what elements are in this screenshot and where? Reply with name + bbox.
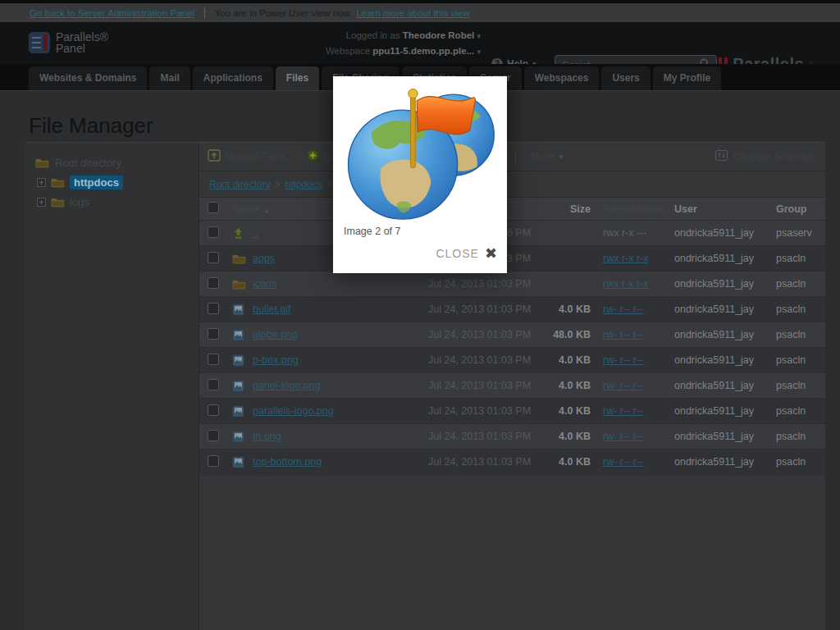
file-group: psacln [763, 456, 817, 468]
image-preview-modal: Image 2 of 7 CLOSE ✖ [333, 76, 507, 273]
tab-files[interactable]: Files [276, 66, 319, 90]
file-modified: Jul 24, 2013 01:03 PM [428, 380, 551, 391]
image-icon [232, 380, 246, 392]
file-user: ondricka5911_jay [671, 329, 763, 340]
breadcrumb: Root directory>httpdocs>img [199, 171, 825, 198]
settings-icon [715, 150, 728, 163]
brand-sub: Panel [56, 43, 108, 54]
learn-more-link[interactable]: Learn more about this view [356, 8, 469, 18]
divider [204, 7, 205, 18]
webspace-value[interactable]: ppu11-5.demo.pp.ple... [372, 46, 474, 56]
file-link[interactable]: p-box.png [253, 354, 299, 366]
row-checkbox[interactable] [208, 430, 219, 441]
file-link[interactable]: top-bottom.png [253, 456, 322, 468]
row-checkbox[interactable] [208, 252, 219, 263]
permissions-link[interactable]: rwx r-x r-x [603, 278, 649, 290]
table-row: top-bottom.pngJul 24, 2013 01:03 PM4.0 K… [199, 450, 825, 475]
breadcrumb-separator: > [276, 180, 281, 189]
permissions-link[interactable]: rw- r-- r-- [603, 304, 643, 315]
tree-item-root[interactable]: Root directory [25, 153, 199, 171]
file-link[interactable]: icons [253, 278, 276, 290]
back-to-admin-link[interactable]: Go back to Server Administration Panel [30, 8, 194, 18]
file-modified: Jul 24, 2013 01:03 PM [428, 456, 551, 468]
power-user-notice: You are in Power User view now. [215, 8, 353, 18]
row-checkbox[interactable] [208, 354, 219, 365]
file-group: psacln [763, 304, 817, 315]
file-user: ondricka5911_jay [671, 380, 763, 391]
chevron-down-icon[interactable]: ▾ [477, 32, 481, 40]
close-button[interactable]: CLOSE ✖ [436, 246, 497, 261]
table-body: ..Jul 24, 2013 03:06 PMrwx r-x ---ondric… [199, 221, 825, 475]
tab-webspaces[interactable]: Webspaces [524, 66, 600, 90]
file-modified: Jul 24, 2013 01:03 PM [428, 431, 551, 442]
permissions-link[interactable]: rw- r-- r-- [603, 405, 643, 417]
tab-websites-domains[interactable]: Websites & Domains [29, 66, 147, 90]
up-icon [232, 227, 246, 240]
row-checkbox[interactable] [208, 455, 219, 467]
chevron-down-icon[interactable]: ▾ [477, 48, 481, 56]
file-user: ondricka5911_jay [671, 354, 763, 366]
more-button[interactable]: More▾ [531, 151, 563, 162]
file-link[interactable]: bullet.gif [253, 304, 291, 315]
tab-users[interactable]: Users [601, 66, 650, 90]
table-row: panel-logo.pngJul 24, 2013 01:03 PM4.0 K… [199, 373, 825, 399]
column-header-size[interactable]: Size [551, 203, 596, 215]
close-label: CLOSE [436, 247, 478, 260]
tree-item-logs[interactable]: logs [25, 193, 199, 211]
table-row: th.pngJul 24, 2013 01:03 PM4.0 KBrw- r--… [199, 424, 825, 450]
upload-files-button[interactable]: Upload Files [208, 149, 285, 164]
logged-in-user[interactable]: Theodore Robel [403, 30, 475, 40]
file-user: ondricka5911_jay [671, 304, 763, 315]
file-link[interactable]: th.png [253, 431, 281, 442]
table-row: parallels-logo.pngJul 24, 2013 01:03 PM4… [199, 399, 825, 424]
close-icon[interactable]: ✖ [485, 246, 497, 261]
file-link[interactable]: panel-logo.png [253, 380, 321, 391]
permissions-link[interactable]: rw- r-- r-- [603, 354, 643, 366]
row-checkbox[interactable] [208, 226, 219, 238]
breadcrumb-httpdocs[interactable]: httpdocs [285, 179, 322, 190]
column-header-permissions[interactable]: Permissions [596, 203, 671, 215]
tab-mail[interactable]: Mail [149, 66, 189, 90]
row-checkbox[interactable] [208, 277, 219, 289]
tab-applications[interactable]: Applications [193, 66, 273, 90]
tab-my-profile[interactable]: My Profile [653, 66, 721, 90]
column-header-group[interactable]: Group [763, 203, 817, 215]
select-all-checkbox[interactable] [208, 202, 219, 213]
webspace-label: Webspace [326, 46, 370, 56]
sort-asc-icon: ▲ [263, 206, 271, 214]
toolbar-divider [515, 150, 516, 163]
row-checkbox[interactable] [208, 328, 219, 340]
notice-bar: Go back to Server Administration Panel Y… [0, 3, 840, 23]
permissions-link[interactable]: rw- r-- r-- [603, 329, 643, 340]
file-size: 48.0 KB [551, 329, 596, 340]
change-settings-button[interactable]: Change Settings [715, 150, 814, 163]
permissions-link[interactable]: rw- r-- r-- [603, 456, 643, 468]
tree-item-httpdocs[interactable]: httpdocs [25, 173, 199, 191]
expand-icon[interactable] [37, 178, 46, 187]
permissions-text: rwx r-x --- [603, 227, 646, 239]
permissions-link[interactable]: rwx r-x r-x [603, 253, 649, 264]
row-checkbox[interactable] [208, 303, 219, 314]
file-link[interactable]: apps [253, 253, 275, 264]
image-icon [232, 405, 246, 418]
masthead: Parallels® Panel Logged in as Theodore R… [0, 22, 840, 64]
file-size: 4.0 KB [551, 304, 596, 315]
plus-icon [307, 149, 319, 164]
column-header-user[interactable]: User [671, 203, 763, 215]
table-row: ..Jul 24, 2013 03:06 PMrwx r-x ---ondric… [199, 221, 825, 246]
table-row: globe.pngJul 24, 2013 01:03 PM48.0 KBrw-… [199, 322, 825, 348]
file-link[interactable]: parallels-logo.png [253, 405, 334, 417]
file-size: 4.0 KB [551, 354, 596, 366]
permissions-link[interactable]: rw- r-- r-- [603, 431, 643, 442]
file-modified: Jul 24, 2013 01:03 PM [428, 304, 551, 315]
row-checkbox[interactable] [208, 404, 219, 416]
file-group: psacln [763, 329, 817, 340]
folder-icon [35, 157, 49, 169]
permissions-link[interactable]: rw- r-- r-- [603, 380, 643, 391]
breadcrumb-root-directory[interactable]: Root directory [209, 179, 271, 190]
file-link[interactable]: .. [253, 227, 258, 239]
expand-icon[interactable] [37, 198, 46, 207]
file-link[interactable]: globe.png [253, 329, 298, 340]
image-icon [232, 456, 246, 468]
row-checkbox[interactable] [208, 379, 219, 390]
